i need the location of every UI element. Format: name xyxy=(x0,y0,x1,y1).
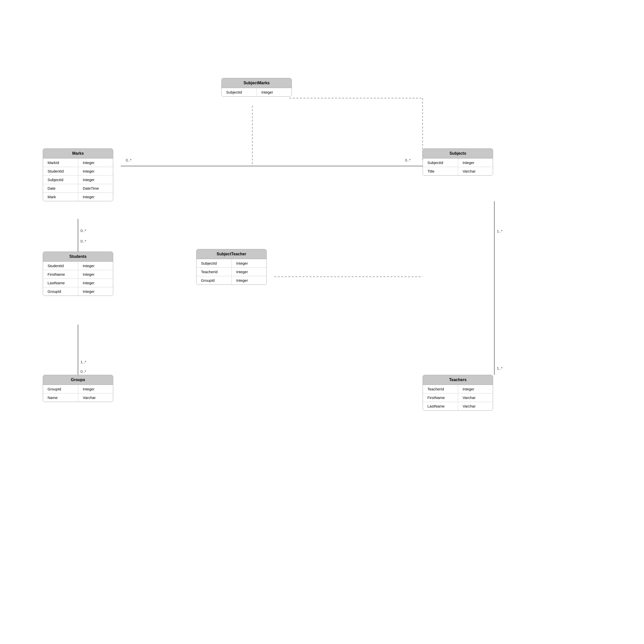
entity-groups: Groups GroupId Integer Name Varchar xyxy=(43,375,113,402)
table-row: GroupId Integer xyxy=(43,287,113,296)
multiplicity-students-bottom1: 1..* xyxy=(81,360,86,364)
field-type: Integer xyxy=(232,276,262,285)
groups-header: Groups xyxy=(43,375,113,385)
diagram-container: SubjectMarks SubjectId Integer Marks Mar… xyxy=(0,0,644,644)
field-type: Varchar xyxy=(78,393,108,402)
field-type: Integer xyxy=(78,167,108,175)
field-type: Integer xyxy=(78,158,108,167)
field-type: Varchar xyxy=(458,393,488,402)
field-name: LastName xyxy=(43,279,78,287)
field-name: SubjectId xyxy=(196,259,232,267)
table-row: LastName Integer xyxy=(43,279,113,287)
field-name: FirstName xyxy=(43,270,78,278)
field-type: Varchar xyxy=(458,402,488,410)
table-row: MarkId Integer xyxy=(43,158,113,167)
field-type: Varchar xyxy=(458,167,488,175)
table-row: TeacherId Integer xyxy=(423,385,493,393)
field-name: SubjectId xyxy=(222,88,257,96)
entity-marks: Marks MarkId Integer StudentId Integer S… xyxy=(43,148,113,201)
field-name: Name xyxy=(43,393,78,402)
teachers-header: Teachers xyxy=(423,375,493,385)
multiplicity-marks-left: 0..* xyxy=(126,158,132,162)
field-name: Mark xyxy=(43,193,78,201)
table-row: FirstName Integer xyxy=(43,270,113,279)
table-row: GroupId Integer xyxy=(196,276,266,285)
field-name: Title xyxy=(423,167,458,175)
field-name: LastName xyxy=(423,402,458,410)
students-header: Students xyxy=(43,252,113,262)
multiplicity-teachers-top: 1..* xyxy=(497,366,503,370)
table-row: Date DateTime xyxy=(43,184,113,193)
field-type: Integer xyxy=(78,176,108,184)
field-type: DateTime xyxy=(78,184,108,192)
subjectteacher-header: SubjectTeacher xyxy=(196,249,266,259)
field-type: Integer xyxy=(257,88,287,96)
field-type: Integer xyxy=(78,193,108,201)
field-type: Integer xyxy=(232,259,262,267)
multiplicity-subjects-right: 0..* xyxy=(405,158,411,162)
table-row: Mark Integer xyxy=(43,193,113,201)
multiplicity-students-bottom2: 0..* xyxy=(81,369,86,374)
subjectmarks-header: SubjectMarks xyxy=(222,78,292,88)
table-row: SubjectId Integer xyxy=(222,88,292,96)
entity-subjects: Subjects SubjectId Integer Title Varchar xyxy=(423,148,493,176)
field-type: Integer xyxy=(78,270,108,278)
connections-svg xyxy=(0,0,644,644)
field-name: MarkId xyxy=(43,158,78,167)
entity-students: Students StudentId Integer FirstName Int… xyxy=(43,252,113,296)
field-type: Integer xyxy=(78,287,108,296)
field-name: GroupId xyxy=(43,385,78,393)
table-row: TeacherId Integer xyxy=(196,268,266,276)
field-name: GroupId xyxy=(43,287,78,296)
field-name: GroupId xyxy=(196,276,232,285)
field-type: Integer xyxy=(78,262,108,270)
field-name: SubjectId xyxy=(43,176,78,184)
multiplicity-marks-bottom2: 0..* xyxy=(81,239,86,243)
table-row: SubjectId Integer xyxy=(196,259,266,268)
field-name: FirstName xyxy=(423,393,458,402)
table-row: SubjectId Integer xyxy=(423,158,493,167)
field-name: TeacherId xyxy=(423,385,458,393)
marks-header: Marks xyxy=(43,149,113,158)
table-row: FirstName Varchar xyxy=(423,393,493,402)
table-row: StudentId Integer xyxy=(43,262,113,270)
entity-teachers: Teachers TeacherId Integer FirstName Var… xyxy=(423,375,493,411)
field-type: Integer xyxy=(78,279,108,287)
table-row: LastName Varchar xyxy=(423,402,493,410)
field-name: TeacherId xyxy=(196,268,232,276)
field-type: Integer xyxy=(458,385,488,393)
field-name: SubjectId xyxy=(423,158,458,167)
field-name: Date xyxy=(43,184,78,192)
entity-subjectmarks: SubjectMarks SubjectId Integer xyxy=(221,78,292,97)
table-row: StudentId Integer xyxy=(43,167,113,176)
multiplicity-marks-bottom1: 0..* xyxy=(81,228,86,233)
field-name: StudentId xyxy=(43,262,78,270)
entity-subjectteacher: SubjectTeacher SubjectId Integer Teacher… xyxy=(196,249,267,285)
multiplicity-subjects-bottom: 1..* xyxy=(497,229,503,233)
field-type: Integer xyxy=(458,158,488,167)
field-type: Integer xyxy=(232,268,262,276)
table-row: SubjectId Integer xyxy=(43,176,113,184)
subjects-header: Subjects xyxy=(423,149,493,158)
table-row: Name Varchar xyxy=(43,393,113,402)
table-row: GroupId Integer xyxy=(43,385,113,393)
table-row: Title Varchar xyxy=(423,167,493,175)
field-name: StudentId xyxy=(43,167,78,175)
field-type: Integer xyxy=(78,385,108,393)
